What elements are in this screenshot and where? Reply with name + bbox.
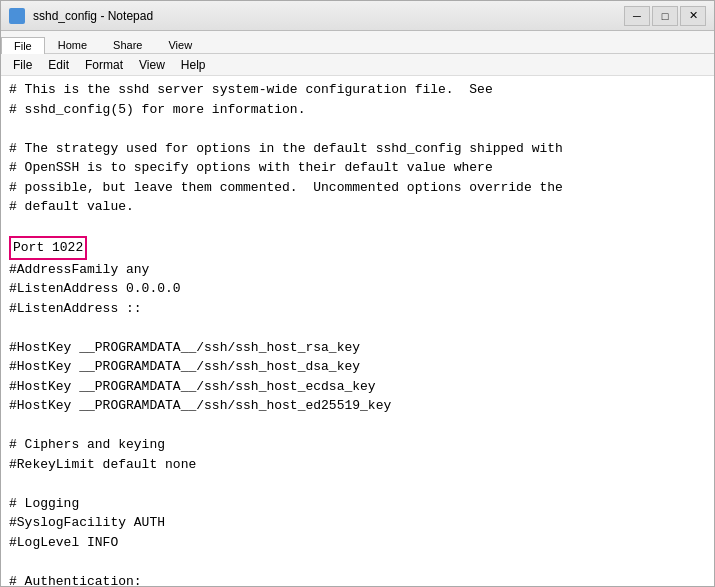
line-4: # The strategy used for options in the d… — [9, 139, 706, 159]
line-7: # default value. — [9, 197, 706, 217]
line-14: #HostKey __PROGRAMDATA__/ssh/ssh_host_rs… — [9, 338, 706, 358]
menu-file[interactable]: File — [5, 56, 40, 74]
maximize-button[interactable]: □ — [652, 6, 678, 26]
line-22: # Logging — [9, 494, 706, 514]
line-16: #HostKey __PROGRAMDATA__/ssh/ssh_host_ec… — [9, 377, 706, 397]
line-port: Port 1022 — [9, 236, 706, 260]
line-5: # OpenSSH is to specify options with the… — [9, 158, 706, 178]
line-23: #SyslogFacility AUTH — [9, 513, 706, 533]
app-icon — [9, 8, 25, 24]
line-1: # This is the sshd server system-wide co… — [9, 80, 706, 100]
menu-edit[interactable]: Edit — [40, 56, 77, 74]
ribbon-tabs: File Home Share View — [1, 31, 714, 53]
menu-format[interactable]: Format — [77, 56, 131, 74]
line-13 — [9, 318, 706, 338]
line-26: # Authentication: — [9, 572, 706, 587]
ribbon: File Home Share View — [1, 31, 714, 54]
text-content[interactable]: # This is the sshd server system-wide co… — [1, 76, 714, 586]
port-highlight: Port 1022 — [9, 236, 87, 260]
notepad-window: sshd_config - Notepad ─ □ ✕ File Home Sh… — [0, 0, 715, 587]
line-25 — [9, 552, 706, 572]
tab-home[interactable]: Home — [45, 36, 100, 53]
line-17: #HostKey __PROGRAMDATA__/ssh/ssh_host_ed… — [9, 396, 706, 416]
line-2: # sshd_config(5) for more information. — [9, 100, 706, 120]
window-controls: ─ □ ✕ — [624, 6, 706, 26]
close-button[interactable]: ✕ — [680, 6, 706, 26]
line-18 — [9, 416, 706, 436]
title-bar: sshd_config - Notepad ─ □ ✕ — [1, 1, 714, 31]
line-15: #HostKey __PROGRAMDATA__/ssh/ssh_host_ds… — [9, 357, 706, 377]
line-8 — [9, 217, 706, 237]
line-24: #LogLevel INFO — [9, 533, 706, 553]
tab-share[interactable]: Share — [100, 36, 155, 53]
menu-bar: File Edit Format View Help — [1, 54, 714, 76]
line-10: #AddressFamily any — [9, 260, 706, 280]
line-11: #ListenAddress 0.0.0.0 — [9, 279, 706, 299]
menu-view[interactable]: View — [131, 56, 173, 74]
window-title: sshd_config - Notepad — [33, 9, 153, 23]
line-3 — [9, 119, 706, 139]
line-12: #ListenAddress :: — [9, 299, 706, 319]
tab-view[interactable]: View — [155, 36, 205, 53]
minimize-button[interactable]: ─ — [624, 6, 650, 26]
line-6: # possible, but leave them commented. Un… — [9, 178, 706, 198]
menu-help[interactable]: Help — [173, 56, 214, 74]
line-20: #RekeyLimit default none — [9, 455, 706, 475]
line-19: # Ciphers and keying — [9, 435, 706, 455]
line-21 — [9, 474, 706, 494]
tab-file[interactable]: File — [1, 37, 45, 54]
